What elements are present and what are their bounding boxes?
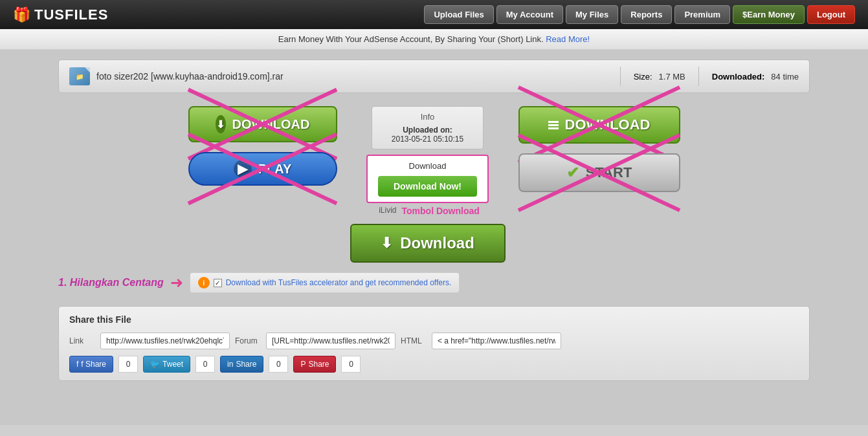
twitter-count: 0 — [195, 356, 215, 373]
download-button-label: DOWNLOAD — [232, 117, 310, 132]
facebook-count: 0 — [118, 356, 138, 373]
facebook-icon: f — [76, 360, 78, 369]
twitter-share-label: Tweet — [162, 360, 183, 369]
logo-icon: 🎁 — [13, 6, 30, 23]
start-wrap: ✔ START — [518, 153, 680, 192]
tombol-label: Tombol Download — [402, 206, 480, 216]
link-label: Link — [69, 336, 95, 345]
main-content: 📁 foto sizer202 [www.kuyhaa-android19.co… — [0, 50, 868, 425]
right-download-label: DOWNLOAD — [565, 116, 651, 133]
accelerator-box: i ✓ Download with TusFiles accelerator a… — [190, 272, 460, 293]
big-download-label: Download — [400, 234, 474, 252]
hilangkan-text: 1. Hilangkan Centang — [58, 277, 164, 289]
accel-checkbox[interactable]: ✓ — [214, 279, 222, 287]
forum-label: Forum — [235, 336, 261, 345]
share-row: Link Forum HTML — [69, 332, 799, 349]
download-box-title: Download — [378, 161, 477, 171]
forum-input[interactable] — [266, 332, 395, 349]
download-now-button[interactable]: Download Now! — [378, 176, 477, 197]
divider2 — [698, 67, 699, 86]
file-name: foto sizer202 [www.kuyhaa-android19.com]… — [96, 71, 607, 82]
social-share-row: f f Share 0 🐦 Tweet 0 in Share 0 P Share… — [69, 356, 799, 373]
play-button-label: PLAY — [258, 162, 292, 177]
navigation: Upload Files My Account My Files Reports… — [424, 5, 855, 24]
file-icon: 📁 — [69, 67, 90, 85]
green-download-button[interactable]: ⬇ DOWNLOAD — [188, 106, 337, 142]
pinterest-share-button[interactable]: P Share — [293, 356, 336, 373]
facebook-share-button[interactable]: f f Share — [69, 356, 113, 373]
linkedin-count: 0 — [269, 356, 288, 373]
crossed-play-wrap: ▶ PLAY — [188, 152, 337, 186]
banner-text: Earn Money With Your AdSense Account, By… — [278, 34, 544, 44]
download-box: Download Download Now! — [366, 155, 489, 203]
twitter-share-button[interactable]: 🐦 Tweet — [143, 356, 190, 373]
center-section: Info Uploaded on: 2013-05-21 05:10:15 Do… — [350, 106, 506, 263]
downloaded-label: Downloaded: — [712, 72, 765, 82]
content-area: ⬇ DOWNLOAD ▶ PLAY Info Uploaded on: 2013… — [58, 106, 810, 263]
earn-money-button[interactable]: $Earn Money — [733, 5, 805, 24]
download-arrow-icon: ⬇ — [216, 115, 226, 133]
blue-play-button[interactable]: ▶ PLAY — [188, 152, 337, 186]
start-label: START — [586, 164, 632, 181]
file-size-value: 1.7 MB — [659, 72, 685, 82]
left-section: ⬇ DOWNLOAD ▶ PLAY — [188, 106, 337, 186]
upload-date: 2013-05-21 05:10:15 — [392, 135, 463, 144]
html-label: HTML — [401, 336, 427, 345]
right-download-arrows — [548, 121, 559, 129]
hilangkan-section: 1. Hilangkan Centang ➜ i ✓ Download with… — [58, 272, 810, 293]
reports-button[interactable]: Reports — [621, 5, 672, 24]
play-icon: ▶ — [234, 160, 252, 178]
downloaded-value: 84 time — [771, 72, 799, 82]
upload-files-button[interactable]: Upload Files — [424, 5, 493, 24]
linkedin-share-label: Share — [236, 360, 256, 369]
right-download-wrap: DOWNLOAD — [518, 106, 680, 144]
link-input[interactable] — [100, 332, 230, 349]
premium-button[interactable]: Premium — [674, 5, 730, 24]
big-download-button[interactable]: ⬇ Download — [350, 224, 506, 263]
crossed-download-wrap: ⬇ DOWNLOAD — [188, 106, 337, 142]
check-icon: ✔ — [566, 164, 579, 182]
right-download-button[interactable]: DOWNLOAD — [518, 106, 680, 144]
share-title: Share this File — [69, 314, 799, 325]
info-title: Info — [392, 112, 463, 122]
accel-icon: i — [198, 277, 210, 289]
twitter-icon: 🐦 — [150, 360, 160, 369]
info-box: Info Uploaded on: 2013-05-21 05:10:15 — [372, 106, 484, 149]
linkedin-icon: in — [227, 360, 233, 369]
pinterest-icon: P — [300, 360, 306, 369]
uploaded-on-label: Uploaded on: — [392, 125, 463, 135]
pinterest-count: 0 — [341, 356, 361, 373]
read-more-link[interactable]: Read More! — [546, 34, 590, 44]
header: 🎁 TUSFILES Upload Files My Account My Fi… — [0, 0, 868, 29]
file-info-bar: 📁 foto sizer202 [www.kuyhaa-android19.co… — [58, 60, 810, 93]
my-account-button[interactable]: My Account — [496, 5, 563, 24]
logo: 🎁 TUSFILES — [13, 6, 108, 23]
right-section: DOWNLOAD ✔ START — [518, 106, 680, 192]
logout-button[interactable]: Logout — [807, 5, 855, 24]
my-files-button[interactable]: My Files — [566, 5, 618, 24]
share-section: Share this File Link Forum HTML f f Shar… — [58, 306, 810, 381]
pinterest-share-label: Share — [308, 360, 329, 369]
banner: Earn Money With Your AdSense Account, By… — [0, 29, 868, 50]
file-size-label: Size: — [634, 72, 652, 82]
big-download-icon: ⬇ — [381, 235, 392, 252]
divider — [620, 67, 621, 86]
html-input[interactable] — [432, 332, 561, 349]
accel-text: Download with TusFiles accelerator and g… — [226, 278, 452, 287]
facebook-share-label: f Share — [81, 360, 106, 369]
ilivid-label: iLivid — [379, 206, 396, 215]
linkedin-share-button[interactable]: in Share — [220, 356, 263, 373]
logo-text: TUSFILES — [34, 6, 108, 23]
start-button[interactable]: ✔ START — [518, 153, 680, 192]
arrow-right-icon: ➜ — [170, 274, 183, 292]
